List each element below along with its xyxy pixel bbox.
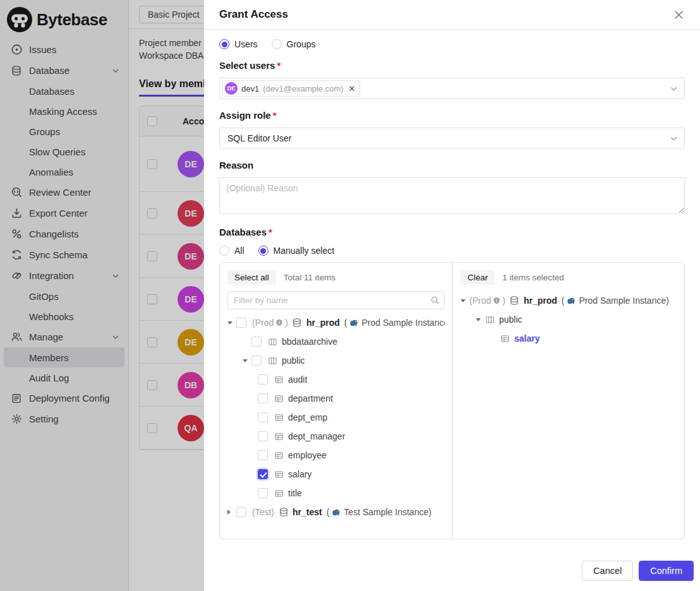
caret-down-icon[interactable] (243, 359, 251, 362)
modal-body: Users Groups Select users* DE dev1 (dev1… (204, 30, 700, 558)
user-type-radio-group: Users Groups (219, 39, 685, 49)
assign-role-select[interactable]: SQL Editor User (219, 128, 685, 149)
selected-item-hr_prod[interactable]: (Prod) hr_prod (Prod Sample Instance) (461, 291, 677, 310)
clear-button[interactable]: Clear (461, 270, 495, 285)
confirm-button[interactable]: Confirm (639, 561, 694, 581)
cancel-button[interactable]: Cancel (582, 561, 633, 581)
reason-textarea[interactable] (219, 177, 685, 214)
checkbox[interactable] (251, 337, 262, 347)
radio-all[interactable]: All (219, 246, 244, 256)
search-icon (430, 296, 440, 305)
selected-tree: (Prod) hr_prod (Prod Sample Instance) pu… (461, 291, 677, 348)
modal-footer: Cancel Confirm (204, 558, 700, 591)
tree-item-public[interactable]: public (227, 351, 445, 370)
assign-role-label: Assign role* (219, 110, 685, 121)
checkbox[interactable] (258, 431, 268, 441)
select-users-input[interactable]: DE dev1 (dev1@example.com) ✕ (219, 78, 685, 99)
grant-access-modal: Grant Access Users Groups Select users* … (204, 0, 700, 591)
db-mode-radio-group: All Manually select (219, 246, 685, 256)
radio-groups[interactable]: Groups (272, 39, 316, 49)
table-icon (274, 393, 284, 404)
close-icon[interactable] (672, 8, 685, 21)
shield-icon (275, 319, 283, 326)
table-icon (274, 431, 284, 442)
schema-icon (485, 314, 495, 325)
checkbox[interactable] (258, 393, 268, 403)
select-users-label: Select users* (219, 60, 685, 71)
radio-dot (219, 246, 229, 256)
tree-item-dept_manager[interactable]: dept_manager (227, 427, 445, 446)
table-icon (274, 412, 284, 423)
table-icon (274, 488, 284, 499)
modal-title: Grant Access (219, 8, 288, 21)
modal-header: Grant Access (204, 0, 700, 30)
reason-label: Reason (219, 160, 685, 170)
table-icon (500, 333, 510, 344)
tree-item-salary[interactable]: salary (227, 465, 445, 484)
radio-users[interactable]: Users (219, 39, 258, 49)
caret-right-icon[interactable] (227, 510, 236, 515)
shield-icon (493, 297, 500, 304)
checkbox[interactable] (251, 355, 262, 366)
schema-icon (267, 337, 278, 347)
database-icon (509, 296, 520, 306)
checkbox-checked[interactable] (258, 469, 268, 479)
database-icon (278, 507, 289, 518)
checkbox[interactable] (258, 450, 268, 460)
radio-dot (258, 246, 269, 256)
table-icon (274, 374, 284, 385)
tree-item-audit[interactable]: audit (227, 370, 445, 389)
caret-down-icon[interactable] (227, 321, 236, 325)
selected-items-count: 1 items selected (502, 273, 564, 282)
tree-item-hr_prod[interactable]: (Prod) hr_prod (Prod Sample Instance (227, 313, 445, 332)
tree-item-department[interactable]: department (227, 389, 445, 408)
radio-dot (272, 39, 282, 49)
radio-manually-select[interactable]: Manually select (258, 246, 335, 256)
databases-label: Databases* (219, 227, 685, 237)
environment-label: (Prod) (252, 318, 288, 328)
selected-item-salary[interactable]: salary (461, 329, 677, 348)
tree-item-title[interactable]: title (227, 484, 445, 503)
postgres-icon (332, 508, 341, 517)
required-mark: * (277, 60, 281, 71)
tree-item-dept_emp[interactable]: dept_emp (227, 408, 445, 427)
caret-down-icon[interactable] (461, 299, 469, 302)
caret-down-icon[interactable] (476, 318, 485, 321)
required-mark: * (269, 227, 272, 237)
source-pane: Select all Total 11 items (Prod) hr_prod… (220, 263, 453, 539)
tree-item-bbdataarchive[interactable]: bbdataarchive (227, 332, 445, 351)
filter-input-wrap (227, 291, 445, 309)
radio-dot (219, 39, 229, 49)
table-icon (274, 450, 284, 461)
tree-item-hr_test[interactable]: (Test) hr_test (Test Sample Instance) (227, 503, 445, 522)
schema-icon (267, 355, 278, 366)
database-tree: (Prod) hr_prod (Prod Sample Instance bbd… (227, 313, 445, 522)
database-transfer-panel: Select all Total 11 items (Prod) hr_prod… (219, 262, 685, 539)
table-icon (274, 469, 284, 480)
required-mark: * (273, 110, 277, 121)
tree-item-employee[interactable]: employee (227, 446, 445, 465)
filter-input[interactable] (227, 291, 445, 309)
total-items-count: Total 11 items (284, 273, 335, 282)
postgres-icon (567, 296, 576, 306)
chip-avatar: DE (225, 82, 238, 95)
database-icon (292, 318, 303, 328)
chevron-down-icon (670, 134, 678, 143)
select-all-button[interactable]: Select all (227, 270, 276, 285)
selected-pane: Clear 1 items selected (Prod) hr_prod (P… (453, 263, 684, 539)
checkbox[interactable] (236, 507, 246, 517)
chevron-down-icon (670, 85, 678, 93)
selected-item-public[interactable]: public (461, 310, 677, 329)
chip-remove-icon[interactable]: ✕ (347, 84, 356, 93)
user-chip: DE dev1 (dev1@example.com) ✕ (222, 80, 360, 97)
environment-label: (Prod) (469, 296, 505, 306)
checkbox[interactable] (258, 412, 268, 422)
environment-label: (Test) (252, 507, 274, 517)
checkbox[interactable] (258, 374, 268, 385)
checkbox[interactable] (236, 318, 246, 328)
checkbox[interactable] (258, 488, 268, 498)
postgres-icon (349, 318, 359, 328)
